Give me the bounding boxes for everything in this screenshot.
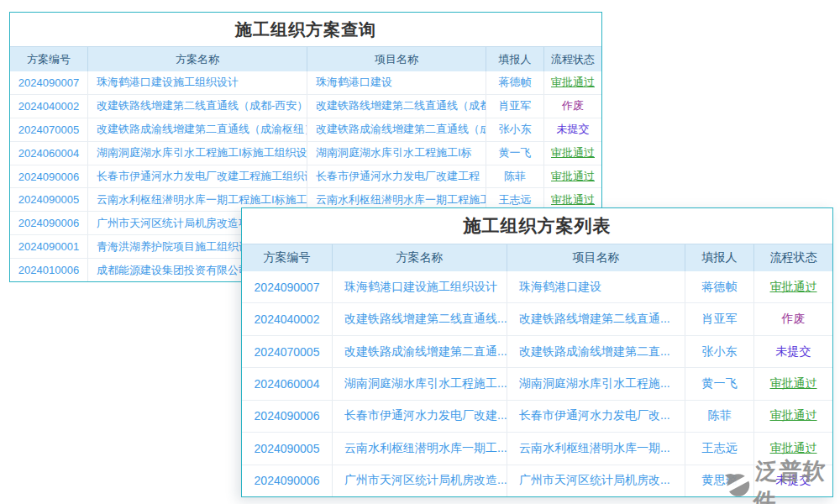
status-link[interactable]: 审批通过 — [770, 408, 817, 423]
plan-id-cell: 2024090007 — [10, 71, 88, 94]
column-header-project: 项目名称 — [507, 244, 685, 271]
list-table-header: 方案编号方案名称项目名称填报人流程状态 — [242, 244, 832, 271]
project-name-cell: 长春市伊通河水力发电厂改... — [507, 401, 685, 432]
status-link[interactable]: 审批通过 — [551, 192, 595, 207]
table-row[interactable]: 2024070005改建铁路成渝线增建第二直通线（成渝枢纽）改建铁路成渝线增建第… — [10, 118, 601, 141]
plan-id-cell: 2024090006 — [10, 212, 88, 234]
table-row[interactable]: 2024090006长春市伊通河水力发电厂改建工程施工组织设计长春市伊通河水力发… — [10, 165, 601, 188]
column-header-name: 方案名称 — [333, 244, 507, 271]
status-cell: 审批通过 — [544, 142, 601, 165]
status-cell: 作废 — [544, 95, 601, 118]
project-name-cell: 改建铁路成渝线增建第二直通线（成 — [307, 118, 486, 141]
table-row[interactable]: 2024040002改建铁路线增建第二线直通线（成都-西安）配改建铁路线增建第二… — [10, 94, 601, 118]
plan-name-cell: 长春市伊通河水力发电厂改建... — [333, 401, 507, 432]
status-link[interactable]: 审批通过 — [770, 280, 817, 295]
project-name-cell: 湖南洞庭湖水库引水工程施工I标 — [307, 142, 486, 165]
project-name-cell: 改建铁路线增建第二线直通线（成都 — [307, 95, 486, 118]
plan-id-cell: 2024060004 — [242, 368, 333, 399]
plan-id-cell: 2024090006 — [10, 165, 88, 188]
status-link: 未提交 — [776, 344, 811, 360]
plan-id-cell: 2024070005 — [10, 118, 88, 141]
list-table-title: 施工组织方案列表 — [242, 208, 832, 244]
status-cell: 审批通过 — [754, 368, 832, 399]
status-cell: 未提交 — [544, 118, 601, 141]
plan-id-cell: 2024090007 — [242, 271, 333, 302]
status-link: 未提交 — [557, 122, 590, 137]
table-row[interactable]: 2024090007珠海鹤港口建设施工组织设计珠海鹤港口建设蒋德帧审批通过 — [242, 271, 832, 302]
status-link[interactable]: 审批通过 — [551, 145, 595, 160]
plan-name-cell: 改建铁路线增建第二线直通线（成都-西安）配 — [88, 95, 307, 118]
project-name-cell: 广州市天河区统计局机房改... — [507, 465, 685, 496]
status-cell: 审批通过 — [544, 71, 601, 94]
column-header-id: 方案编号 — [10, 47, 88, 71]
filler-cell: 王志远 — [685, 433, 754, 464]
plan-id-cell: 2024040002 — [242, 303, 333, 334]
column-header-project: 项目名称 — [307, 47, 486, 71]
plan-name-cell: 改建铁路成渝线增建第二直通... — [333, 336, 507, 367]
filler-cell: 黄思璐 — [685, 465, 754, 496]
filler-cell: 陈菲 — [486, 165, 544, 188]
table-row[interactable]: 2024090006长春市伊通河水力发电厂改建...长春市伊通河水力发电厂改..… — [242, 400, 832, 432]
query-table-title: 施工组织方案查询 — [10, 13, 601, 46]
plan-name-cell: 云南水利枢纽潜明水库一期工... — [333, 433, 507, 464]
project-name-cell: 改建铁路线增建第二线直通... — [507, 303, 685, 334]
plan-id-cell: 2024070005 — [242, 336, 333, 367]
status-link[interactable]: 审批通过 — [770, 376, 817, 391]
filler-cell: 肖亚军 — [685, 303, 754, 334]
project-name-cell: 珠海鹤港口建设 — [307, 71, 486, 94]
project-name-cell: 长春市伊通河水力发电厂改建工程 — [307, 165, 486, 188]
plan-name-cell: 广州市天河区统计局机房改造... — [333, 465, 507, 496]
filler-cell: 张小东 — [685, 336, 754, 367]
status-link[interactable]: 审批通过 — [551, 75, 595, 90]
table-row[interactable]: 2024060004湖南洞庭湖水库引水工程施工I标施工组织设计湖南洞庭湖水库引水… — [10, 141, 601, 165]
list-table-window: 施工组织方案列表 方案编号方案名称项目名称填报人流程状态 2024090007珠… — [241, 207, 833, 497]
plan-id-cell: 2024040002 — [10, 95, 88, 118]
plan-id-cell: 2024090006 — [242, 465, 333, 496]
filler-cell: 黄一飞 — [685, 368, 754, 399]
column-header-status: 流程状态 — [754, 244, 832, 271]
table-row[interactable]: 2024090006广州市天河区统计局机房改造...广州市天河区统计局机房改..… — [242, 465, 832, 496]
status-cell: 未提交 — [754, 465, 832, 496]
plan-id-cell: 2024090005 — [10, 188, 88, 211]
table-row[interactable]: 2024040002改建铁路线增建第二线直通线...改建铁路线增建第二线直通..… — [242, 302, 832, 334]
status-link[interactable]: 审批通过 — [770, 441, 817, 456]
table-row[interactable]: 2024070005改建铁路成渝线增建第二直通...改建铁路成渝线增建第二直..… — [242, 335, 832, 367]
table-row[interactable]: 2024090005云南水利枢纽潜明水库一期工...云南水利枢纽潜明水库一期..… — [242, 432, 832, 464]
plan-name-cell: 改建铁路成渝线增建第二直通线（成渝枢纽） — [88, 118, 307, 141]
project-name-cell: 湖南洞庭湖水库引水工程施... — [507, 368, 685, 399]
filler-cell: 张小东 — [486, 118, 544, 141]
plan-name-cell: 珠海鹤港口建设施工组织设计 — [88, 71, 307, 94]
filler-cell: 蒋德帧 — [486, 71, 544, 94]
table-row[interactable]: 2024090007珠海鹤港口建设施工组织设计珠海鹤港口建设蒋德帧审批通过 — [10, 71, 601, 94]
filler-cell: 蒋德帧 — [685, 271, 754, 302]
plan-id-cell: 2024090001 — [10, 235, 88, 258]
plan-id-cell: 2024090005 — [242, 433, 333, 464]
status-cell: 审批通过 — [754, 433, 832, 464]
project-name-cell: 改建铁路成渝线增建第二直... — [507, 336, 685, 367]
page: 施工组织方案查询 方案编号方案名称项目名称填报人流程状态 2024090007珠… — [0, 0, 840, 504]
plan-name-cell: 湖南洞庭湖水库引水工程施工... — [333, 368, 507, 399]
project-name-cell: 珠海鹤港口建设 — [507, 271, 685, 302]
status-link: 作废 — [562, 98, 584, 113]
column-header-filler: 填报人 — [486, 47, 544, 71]
plan-id-cell: 2024090006 — [242, 401, 333, 432]
status-link: 未提交 — [776, 473, 811, 488]
plan-name-cell: 长春市伊通河水力发电厂改建工程施工组织设计 — [88, 165, 307, 188]
status-cell: 审批通过 — [544, 165, 601, 188]
query-table-header: 方案编号方案名称项目名称填报人流程状态 — [10, 46, 601, 71]
plan-name-cell: 珠海鹤港口建设施工组织设计 — [333, 271, 507, 302]
status-cell: 未提交 — [754, 336, 832, 367]
status-link: 作废 — [782, 312, 806, 327]
project-name-cell: 云南水利枢纽潜明水库一期... — [507, 433, 685, 464]
column-header-id: 方案编号 — [242, 244, 333, 271]
plan-id-cell: 2024060004 — [10, 142, 88, 165]
table-row[interactable]: 2024060004湖南洞庭湖水库引水工程施工...湖南洞庭湖水库引水工程施..… — [242, 367, 832, 399]
status-cell: 作废 — [754, 303, 832, 334]
filler-cell: 陈菲 — [685, 401, 754, 432]
plan-id-cell: 2024010006 — [10, 259, 88, 281]
status-cell: 审批通过 — [754, 401, 832, 432]
status-link[interactable]: 审批通过 — [551, 169, 595, 184]
filler-cell: 黄一飞 — [486, 142, 544, 165]
plan-name-cell: 改建铁路线增建第二线直通线... — [333, 303, 507, 334]
plan-name-cell: 湖南洞庭湖水库引水工程施工I标施工组织设计 — [88, 142, 307, 165]
